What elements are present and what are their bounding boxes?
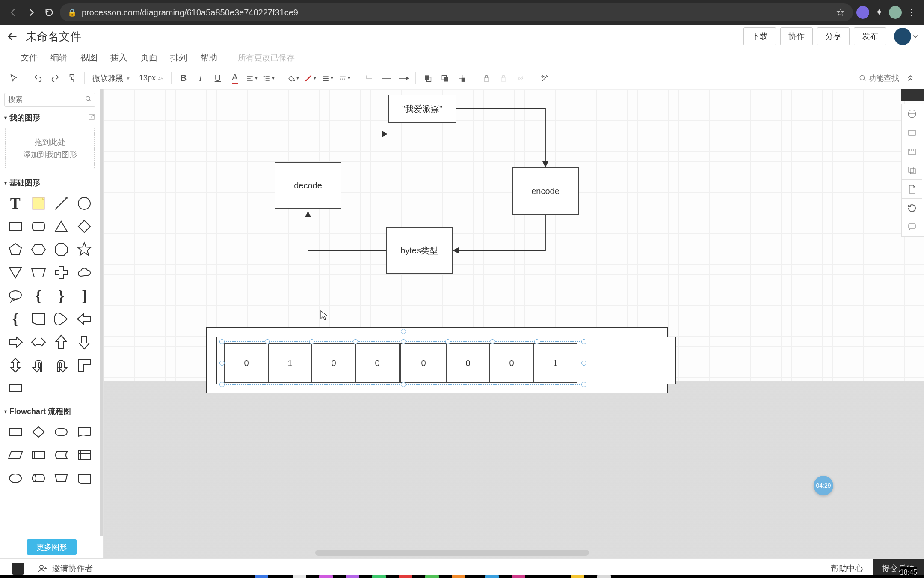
italic-button[interactable]: I [193,71,208,86]
fc-direct[interactable] [28,469,49,488]
redo-button[interactable] [47,71,63,86]
menu-view[interactable]: 视图 [80,52,98,63]
fill-color-button[interactable]: ▼ [286,71,301,86]
extension-icon-1[interactable] [856,6,869,19]
node-top[interactable]: "我爱派森" [388,95,456,123]
canvas-horizontal-scrollbar[interactable] [315,550,589,556]
shape-brace-right[interactable]: } [51,286,72,305]
align-button[interactable]: ▼ [244,71,260,86]
fc-predefined[interactable] [28,446,49,465]
shape-uturn-right[interactable] [51,356,72,375]
shape-pentagon[interactable] [5,240,26,259]
menu-insert[interactable]: 插入 [110,52,127,63]
comment-icon[interactable] [901,217,922,236]
send-back-button[interactable] [437,71,453,86]
menu-edit[interactable]: 编辑 [50,52,68,63]
menu-arrange[interactable]: 排列 [170,52,187,63]
lock-button[interactable] [479,71,494,86]
node-decode[interactable]: decode [275,162,341,209]
fc-data[interactable] [5,446,26,465]
shape-triangle[interactable] [51,217,72,236]
group-button[interactable] [454,71,470,86]
section-my-shapes[interactable]: ▾ 我的图形 [0,110,100,125]
page-icon[interactable] [901,180,922,199]
fc-decision[interactable] [28,423,49,441]
shape-roundrect[interactable] [28,217,49,236]
connector-start-button[interactable] [379,71,394,86]
fc-stored[interactable] [51,446,72,465]
menu-help[interactable]: 帮助 [200,52,217,63]
document-title[interactable]: 未命名文件 [26,29,81,44]
nav-reload-button[interactable] [42,5,56,20]
shape-arrow-up[interactable] [51,333,72,352]
text-color-button[interactable]: A [227,71,243,86]
shape-arrow-left[interactable] [74,310,95,328]
shape-corner[interactable] [74,356,95,375]
nav-forward-button[interactable] [24,5,38,20]
bold-button[interactable]: B [176,71,191,86]
shape-arrow-lr[interactable] [28,333,49,352]
line-style-button[interactable]: ▼ [337,71,352,86]
shape-brace-left2[interactable]: { [5,310,26,328]
link-button[interactable] [513,71,528,86]
unlock-button[interactable] [496,71,511,86]
bring-front-button[interactable] [420,71,435,86]
extensions-icon[interactable]: ✦ [873,6,886,19]
shape-uturn-left[interactable] [28,356,49,375]
layer-icon[interactable] [901,161,922,180]
share-button[interactable]: 分享 [817,27,850,45]
shape-hexagon[interactable] [28,240,49,259]
shape-callout[interactable] [5,286,26,305]
fc-card2[interactable] [74,469,95,488]
fit-icon[interactable] [901,123,922,142]
publish-button[interactable]: 发布 [854,27,886,45]
user-menu[interactable] [894,28,918,45]
node-bytes[interactable]: bytes类型 [386,227,453,274]
floating-timer-badge[interactable]: 04:29 [814,476,833,495]
shape-rect[interactable] [5,217,26,236]
download-button[interactable]: 下载 [743,27,776,45]
connector-elbow-button[interactable] [361,71,377,86]
invite-collaborator[interactable]: 邀请协作者 [12,563,93,575]
function-search[interactable]: 功能查找 [859,73,899,83]
underline-button[interactable]: U [210,71,225,86]
line-weight-button[interactable]: ▼ [320,71,335,86]
export-icon[interactable] [88,113,95,122]
font-family-select[interactable]: 微软雅黑 ▼ [89,73,134,83]
shape-drop-zone[interactable]: 拖到此处 添加到我的图形 [5,128,95,169]
profile-avatar-icon[interactable] [889,6,902,19]
fc-document[interactable] [74,423,95,441]
shape-star[interactable] [74,240,95,259]
star-icon[interactable]: ☆ [836,6,845,18]
shape-line[interactable] [51,194,72,213]
shape-arrow-down[interactable] [74,333,95,352]
node-encode[interactable]: encode [512,167,579,215]
collapse-sidebar-button[interactable] [903,71,918,86]
undo-button[interactable] [30,71,46,86]
url-bar[interactable]: 🔒 processon.com/diagraming/610a5a850e3e7… [60,3,853,21]
fc-process[interactable] [5,423,26,441]
section-flowchart[interactable]: ▾ Flowchart 流程图 [0,404,100,419]
shape-octagon[interactable] [51,240,72,259]
shape-circle[interactable] [74,194,95,213]
history-icon[interactable] [901,199,922,217]
shape-arrow-ud[interactable] [5,356,26,375]
connector-end-button[interactable] [396,71,411,86]
more-shapes-button[interactable]: 更多图形 [27,539,77,555]
fc-internal[interactable] [74,446,95,465]
shape-search[interactable] [4,93,95,107]
minimap-toggle[interactable] [901,89,924,101]
magic-button[interactable] [537,71,553,86]
shape-trapezoid[interactable] [28,263,49,282]
shape-text[interactable]: T [5,194,26,213]
shape-drop[interactable] [51,310,72,328]
canvas[interactable]: "我爱派森" decode encode bytes类型 [104,89,924,558]
shape-inv-triangle[interactable] [5,263,26,282]
fc-manual[interactable] [51,469,72,488]
line-color-button[interactable]: ▼ [303,71,318,86]
fc-seq[interactable] [5,469,26,488]
cursor-tool-button[interactable] [6,71,21,86]
font-size-select[interactable]: 13px ▵▿ [136,74,167,83]
shape-cross[interactable] [51,263,72,282]
ruler-icon[interactable] [901,142,922,161]
